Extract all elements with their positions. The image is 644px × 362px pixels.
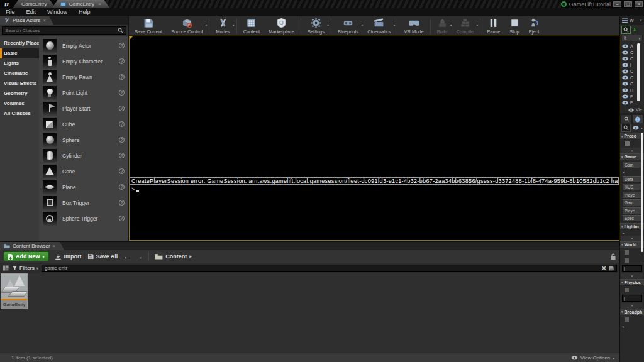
source-control-button[interactable]: Source Control ▾ (167, 17, 207, 35)
category-cinematic[interactable]: Cinematic (0, 69, 39, 79)
chevron-down-icon[interactable]: ▾ (233, 23, 235, 27)
player-controller-dropdown[interactable]: Playe (622, 192, 642, 199)
visibility-eye-icon[interactable] (622, 82, 628, 86)
outliner-row[interactable]: H (620, 87, 644, 93)
visibility-eye-icon[interactable] (622, 63, 628, 67)
world-outliner-tab[interactable]: W × (620, 16, 644, 25)
visibility-eye-icon[interactable] (622, 69, 628, 74)
outliner-column-header[interactable]: It ▾ (621, 35, 643, 41)
close-icon[interactable]: × (53, 243, 56, 249)
outliner-row[interactable]: l (620, 62, 644, 68)
gamemode-override-dropdown[interactable]: Gam (622, 162, 642, 168)
visibility-eye-icon[interactable] (622, 57, 628, 61)
asset-tile-gameentry[interactable]: GameEntry (1, 274, 27, 309)
list-item-player-start[interactable]: Player Start ? (39, 101, 128, 116)
category-recently-placed[interactable]: Recently Placed (0, 38, 39, 48)
close-window-button[interactable]: × (635, 1, 643, 7)
tab-world-settings[interactable] (633, 115, 643, 123)
outliner-row[interactable]: C (620, 74, 644, 80)
chevron-down-icon[interactable]: ▾ (327, 23, 329, 27)
list-item-cube[interactable]: Cube ? (39, 116, 128, 132)
help-icon[interactable]: ? (119, 153, 125, 158)
section-expander[interactable]: ▾ (621, 148, 643, 153)
lock-icon[interactable] (610, 253, 616, 260)
player-state-dropdown[interactable]: Playe (622, 207, 642, 214)
eject-button[interactable]: Eject (525, 17, 544, 35)
help-icon[interactable]: ? (119, 74, 125, 80)
game-state-dropdown[interactable]: Gam (622, 199, 642, 206)
list-item-empty-actor[interactable]: Empty Actor ? (39, 38, 128, 53)
help-icon[interactable]: ? (119, 137, 125, 143)
menu-edit[interactable]: Edit (21, 9, 42, 15)
outliner-row[interactable]: C (620, 68, 644, 74)
property-visibility-eye-icon[interactable] (633, 126, 639, 130)
world-settings-search-box[interactable] (621, 124, 631, 132)
category-geometry[interactable]: Geometry (0, 89, 39, 99)
visibility-eye-icon[interactable] (622, 44, 628, 48)
asset-search-box[interactable]: ✕ (42, 265, 617, 272)
filters-button[interactable]: Filters ▾ (12, 265, 38, 271)
list-item-box-trigger[interactable]: Box Trigger ? (39, 195, 128, 211)
category-basic[interactable]: Basic (0, 48, 39, 58)
save-current-button[interactable]: Save Current (130, 17, 167, 35)
help-icon[interactable]: ? (119, 43, 125, 48)
clear-search-icon[interactable]: ✕ (601, 265, 606, 272)
window-tab-level[interactable]: GameEntry × (52, 0, 109, 8)
visibility-eye-icon[interactable] (622, 50, 628, 55)
compile-button[interactable]: Compile ▾ (452, 17, 479, 35)
help-icon[interactable]: ? (119, 90, 125, 96)
category-lights[interactable]: Lights (0, 58, 39, 69)
visibility-eye-icon[interactable] (622, 101, 628, 105)
pause-button[interactable]: Pause (482, 17, 504, 35)
help-icon[interactable]: ? (119, 184, 125, 190)
close-icon[interactable]: × (98, 1, 101, 7)
menu-window[interactable]: Window (42, 9, 73, 15)
world-settings-scrollbar[interactable] (641, 133, 643, 252)
menu-help[interactable]: Help (73, 9, 96, 15)
help-icon[interactable]: ? (119, 200, 125, 206)
visibility-eye-icon[interactable] (622, 75, 628, 80)
cinematics-button[interactable]: Cinematics ▾ (363, 17, 395, 35)
content-browser-tab[interactable]: Content Browser × (0, 242, 64, 250)
list-item-empty-pawn[interactable]: Empty Pawn ? (39, 69, 128, 85)
add-new-button[interactable]: Add New ▾ (3, 251, 49, 261)
save-search-icon[interactable] (609, 266, 614, 271)
chevron-down-icon[interactable]: ▾ (393, 23, 395, 27)
stop-button[interactable]: Stop (505, 17, 525, 35)
outliner-row[interactable]: A (620, 43, 644, 49)
world-value-field[interactable]: | (622, 265, 642, 272)
content-button[interactable]: Content (239, 17, 264, 35)
save-all-button[interactable]: Save All (87, 253, 118, 260)
outliner-row[interactable]: C (620, 49, 644, 55)
import-button[interactable]: Import (55, 253, 82, 260)
category-visual-effects[interactable]: Visual Effects (0, 79, 39, 89)
game-viewport[interactable]: CreatePlayerSession error: GameSession: … (129, 36, 619, 241)
close-icon[interactable]: × (43, 18, 46, 23)
outliner-row[interactable]: C (620, 55, 644, 62)
hud-class-dropdown[interactable]: HUD (622, 184, 642, 190)
outliner-row[interactable]: F (620, 93, 644, 99)
outliner-view-options[interactable]: Vie (620, 106, 644, 113)
section-broadphase[interactable]: ▾Broadph (620, 309, 644, 315)
visibility-eye-icon[interactable] (622, 88, 628, 92)
view-options-button[interactable]: View Options ▾ (571, 355, 614, 361)
checkbox[interactable] (624, 250, 630, 255)
section-expander[interactable]: ▾ (621, 273, 643, 279)
color-swatch[interactable] (624, 141, 630, 146)
default-pawn-dropdown[interactable]: Defa (622, 176, 642, 183)
vr-mode-button[interactable]: VR Mode (399, 17, 428, 35)
section-expander[interactable]: ▾ (621, 303, 643, 309)
build-button[interactable]: Build ▾ (433, 17, 452, 35)
tab-details[interactable] (621, 115, 631, 123)
list-item-cylinder[interactable]: Cylinder ? (39, 148, 128, 163)
place-actors-tab[interactable]: Place Actors × (0, 16, 53, 25)
breadcrumb[interactable]: Content ▸ (155, 253, 192, 260)
help-icon[interactable]: ? (119, 106, 125, 111)
outliner-search-box[interactable] (621, 26, 631, 34)
help-icon[interactable]: ? (119, 168, 125, 174)
checkbox[interactable] (624, 258, 630, 263)
checkbox[interactable] (624, 317, 630, 322)
category-volumes[interactable]: Volumes (0, 99, 39, 109)
section-physics[interactable]: ▾Physics (620, 279, 644, 286)
window-tab-project[interactable]: GameEntry (13, 0, 55, 8)
